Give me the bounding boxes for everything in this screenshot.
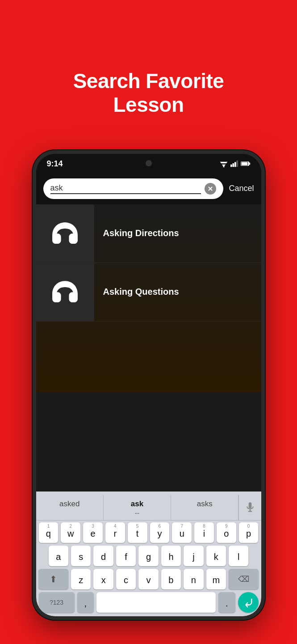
camera-notch (146, 160, 152, 166)
key-k[interactable]: k (206, 546, 226, 566)
key-l[interactable]: l (229, 546, 248, 566)
clear-button[interactable] (205, 183, 216, 195)
key-row-1: 1q 2w 3e 4r 5t 6y 7u 8i 9o 0p (36, 522, 261, 546)
comma-key[interactable]: , (77, 592, 94, 613)
symbols-label: ?123 (50, 599, 63, 606)
page-title: Search FavoriteLesson (0, 34, 297, 135)
status-icons (219, 160, 251, 167)
svg-rect-7 (236, 161, 238, 167)
key-i[interactable]: 8i (194, 522, 214, 543)
result-thumb-1 (36, 204, 94, 263)
svg-rect-6 (234, 162, 236, 167)
key-q[interactable]: 1q (39, 522, 59, 543)
shift-key[interactable]: ⬆ (38, 569, 68, 589)
key-e[interactable]: 3e (83, 522, 103, 543)
key-s[interactable]: s (71, 546, 91, 566)
key-o[interactable]: 9o (217, 522, 236, 543)
svg-rect-5 (232, 163, 234, 167)
space-key[interactable] (96, 592, 216, 613)
headphones-icon-1 (50, 219, 79, 248)
keyboard: asked ask ... asks 1q 2w (36, 491, 261, 616)
svg-point-3 (223, 166, 224, 167)
key-u[interactable]: 7u (172, 522, 192, 543)
result-item-1[interactable]: Asking Directions (36, 204, 261, 263)
key-v[interactable]: v (138, 569, 158, 589)
key-m[interactable]: m (206, 569, 226, 589)
backspace-icon: ⌫ (238, 574, 249, 584)
cancel-button[interactable]: Cancel (229, 184, 254, 193)
svg-rect-11 (249, 163, 250, 165)
key-w[interactable]: 2w (61, 522, 80, 543)
key-y[interactable]: 6y (150, 522, 170, 543)
key-a[interactable]: a (49, 546, 68, 566)
autocomplete-dots: ... (105, 509, 169, 515)
key-n[interactable]: n (184, 569, 203, 589)
key-b[interactable]: b (161, 569, 181, 589)
status-time: 9:14 (47, 159, 63, 169)
key-g[interactable]: g (138, 546, 158, 566)
key-p[interactable]: 0p (239, 522, 259, 543)
key-row-3: ⬆ z x c v b n m ⌫ (36, 569, 261, 592)
result-thumb-2 (36, 263, 94, 321)
key-r[interactable]: 4r (105, 522, 125, 543)
results-list: Asking Directions Asking Questions (36, 204, 261, 392)
key-row-2: a s d f g h j k l (36, 546, 261, 569)
signal-icon (230, 160, 238, 167)
enter-key[interactable] (238, 592, 259, 613)
autocomplete-ask[interactable]: ask ... (104, 495, 171, 520)
key-t[interactable]: 5t (128, 522, 147, 543)
result-label-2: Asking Questions (94, 287, 188, 297)
autocomplete-asked[interactable]: asked (36, 495, 104, 520)
key-f[interactable]: f (116, 546, 136, 566)
key-c[interactable]: c (116, 569, 136, 589)
key-d[interactable]: d (93, 546, 113, 566)
key-h[interactable]: h (161, 546, 181, 566)
result-item-2[interactable]: Asking Questions (36, 263, 261, 322)
key-j[interactable]: j (184, 546, 203, 566)
search-input-wrapper[interactable]: ask (43, 178, 224, 199)
result-label-1: Asking Directions (94, 228, 188, 238)
header-section: Search FavoriteLesson (0, 0, 297, 150)
wifi-icon (219, 160, 228, 167)
svg-rect-12 (249, 502, 252, 508)
mic-icon (246, 502, 255, 513)
battery-icon (241, 161, 251, 167)
shift-icon: ⬆ (50, 574, 57, 585)
symbols-key[interactable]: ?123 (39, 592, 75, 613)
period-key[interactable]: . (218, 592, 235, 613)
status-bar: 9:14 (36, 154, 261, 173)
bottom-row: ?123 , . (36, 592, 261, 616)
enter-icon (243, 597, 253, 607)
svg-rect-10 (241, 162, 247, 165)
headphones-icon-2 (50, 277, 79, 306)
backspace-key[interactable]: ⌫ (229, 569, 259, 589)
autocomplete-asks[interactable]: asks (171, 495, 238, 520)
key-z[interactable]: z (71, 569, 91, 589)
key-x[interactable]: x (93, 569, 113, 589)
phone-device: 9:14 (33, 150, 265, 620)
search-bar-container: ask Cancel (36, 173, 261, 204)
svg-rect-4 (230, 165, 232, 167)
phone-wrapper: 9:14 (0, 150, 297, 620)
autocomplete-bar: asked ask ... asks (36, 495, 261, 521)
search-input[interactable]: ask (50, 183, 201, 194)
mic-button[interactable] (238, 495, 261, 520)
